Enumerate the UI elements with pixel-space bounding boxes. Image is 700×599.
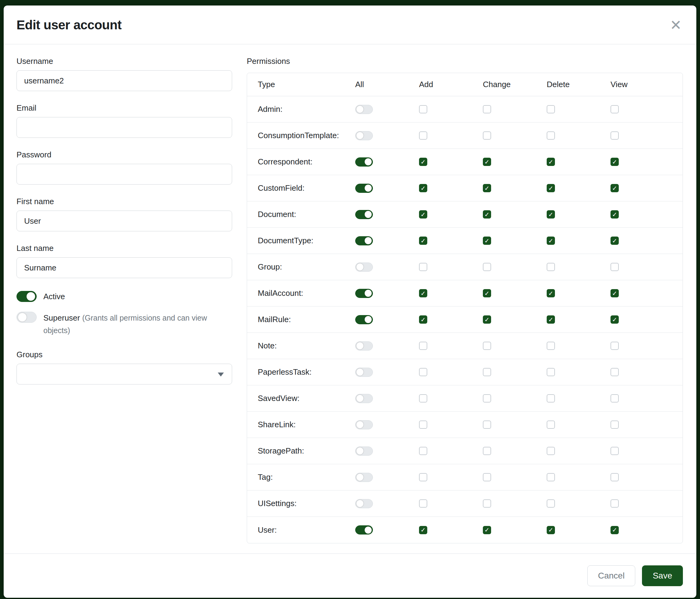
permission-all-toggle[interactable] <box>355 105 373 114</box>
permission-view-checkbox[interactable] <box>610 263 619 271</box>
permission-change-checkbox[interactable] <box>483 105 491 113</box>
permission-add-checkbox[interactable]: ✓ <box>419 184 427 192</box>
permission-delete-checkbox[interactable] <box>547 263 555 271</box>
first-name-field[interactable] <box>17 211 232 231</box>
permission-view-checkbox[interactable]: ✓ <box>610 237 619 245</box>
permission-delete-checkbox[interactable]: ✓ <box>547 210 555 218</box>
permission-all-toggle[interactable] <box>355 447 373 456</box>
permission-delete-checkbox[interactable]: ✓ <box>547 315 555 324</box>
permission-add-checkbox[interactable]: ✓ <box>419 526 427 534</box>
permission-all-toggle[interactable] <box>355 236 373 245</box>
last-name-field[interactable] <box>17 257 232 278</box>
permission-delete-checkbox[interactable]: ✓ <box>547 526 555 534</box>
permission-add-checkbox[interactable]: ✓ <box>419 237 427 245</box>
permission-change-checkbox[interactable]: ✓ <box>483 210 491 218</box>
superuser-toggle[interactable] <box>17 312 36 323</box>
permission-delete-checkbox[interactable] <box>547 421 555 429</box>
permission-delete-checkbox[interactable] <box>547 394 555 403</box>
permission-view-checkbox[interactable] <box>610 342 619 350</box>
permission-add-checkbox[interactable] <box>419 394 427 403</box>
permission-add-checkbox[interactable]: ✓ <box>419 315 427 324</box>
permission-delete-checkbox[interactable] <box>547 342 555 350</box>
permission-view-checkbox[interactable] <box>610 131 619 140</box>
permission-add-checkbox[interactable] <box>419 342 427 350</box>
permission-change-checkbox[interactable]: ✓ <box>483 289 491 297</box>
permission-add-checkbox[interactable] <box>419 368 427 376</box>
permission-add-checkbox[interactable] <box>419 499 427 508</box>
permission-delete-checkbox[interactable]: ✓ <box>547 289 555 297</box>
permission-change-checkbox[interactable]: ✓ <box>483 237 491 245</box>
permission-add-checkbox[interactable] <box>419 131 427 140</box>
permission-view-checkbox[interactable] <box>610 394 619 403</box>
toggle-knob <box>356 368 364 376</box>
permission-delete-checkbox[interactable] <box>547 105 555 113</box>
permission-all-toggle[interactable] <box>355 131 373 140</box>
permission-all-toggle[interactable] <box>355 289 373 298</box>
permission-view-checkbox[interactable] <box>610 421 619 429</box>
permission-delete-checkbox[interactable] <box>547 131 555 140</box>
permission-change-checkbox[interactable] <box>483 368 491 376</box>
permission-add-checkbox[interactable] <box>419 421 427 429</box>
permission-change-checkbox[interactable]: ✓ <box>483 158 491 166</box>
permission-view-checkbox[interactable]: ✓ <box>610 289 619 297</box>
permission-all-toggle[interactable] <box>355 420 373 429</box>
permission-change-checkbox[interactable] <box>483 342 491 350</box>
permission-type-label: Correspondent: <box>247 157 355 167</box>
cancel-button[interactable]: Cancel <box>587 566 635 586</box>
permission-change-checkbox[interactable] <box>483 447 491 455</box>
permission-delete-checkbox[interactable] <box>547 473 555 481</box>
permission-all-toggle[interactable] <box>355 499 373 508</box>
permission-all-toggle[interactable] <box>355 525 373 534</box>
active-toggle[interactable] <box>17 291 36 302</box>
permission-change-checkbox[interactable] <box>483 499 491 508</box>
permission-add-checkbox[interactable] <box>419 263 427 271</box>
permission-delete-checkbox[interactable] <box>547 447 555 455</box>
permission-all-toggle[interactable] <box>355 315 373 324</box>
permission-change-checkbox[interactable] <box>483 421 491 429</box>
permission-add-checkbox[interactable]: ✓ <box>419 210 427 218</box>
permission-view-checkbox[interactable]: ✓ <box>610 210 619 218</box>
permission-delete-checkbox[interactable]: ✓ <box>547 158 555 166</box>
permission-add-checkbox[interactable] <box>419 105 427 113</box>
permission-view-checkbox[interactable] <box>610 105 619 113</box>
permission-view-checkbox[interactable]: ✓ <box>610 184 619 192</box>
permission-view-checkbox[interactable]: ✓ <box>610 158 619 166</box>
permission-change-checkbox[interactable] <box>483 263 491 271</box>
permission-change-checkbox[interactable] <box>483 473 491 481</box>
permission-change-checkbox[interactable] <box>483 394 491 403</box>
groups-select[interactable] <box>17 364 232 384</box>
permission-add-checkbox[interactable] <box>419 447 427 455</box>
permission-change-checkbox[interactable]: ✓ <box>483 315 491 324</box>
permission-delete-checkbox[interactable]: ✓ <box>547 184 555 192</box>
password-field[interactable] <box>17 164 232 185</box>
email-field[interactable] <box>17 117 232 138</box>
permission-change-checkbox[interactable]: ✓ <box>483 184 491 192</box>
permission-view-checkbox[interactable] <box>610 368 619 376</box>
permission-view-checkbox[interactable] <box>610 473 619 481</box>
permission-view-checkbox[interactable] <box>610 447 619 455</box>
username-input[interactable] <box>17 70 232 91</box>
permission-add-checkbox[interactable] <box>419 473 427 481</box>
permission-view-checkbox[interactable]: ✓ <box>610 315 619 324</box>
permission-all-toggle[interactable] <box>355 210 373 219</box>
save-button[interactable]: Save <box>642 566 683 586</box>
permission-type-label: StoragePath: <box>247 446 355 456</box>
toggle-knob <box>365 211 372 218</box>
permission-all-toggle[interactable] <box>355 473 373 482</box>
permission-all-toggle[interactable] <box>355 158 373 167</box>
permission-add-checkbox[interactable]: ✓ <box>419 158 427 166</box>
permission-change-checkbox[interactable] <box>483 131 491 140</box>
permission-delete-checkbox[interactable] <box>547 499 555 508</box>
permission-all-toggle[interactable] <box>355 394 373 403</box>
close-icon[interactable]: ✕ <box>669 18 683 32</box>
permission-all-toggle[interactable] <box>355 368 373 377</box>
permission-delete-checkbox[interactable] <box>547 368 555 376</box>
permission-all-toggle[interactable] <box>355 184 373 193</box>
permission-view-checkbox[interactable] <box>610 499 619 508</box>
permission-change-checkbox[interactable]: ✓ <box>483 526 491 534</box>
permission-delete-checkbox[interactable]: ✓ <box>547 237 555 245</box>
permission-view-checkbox[interactable]: ✓ <box>610 526 619 534</box>
permission-all-toggle[interactable] <box>355 341 373 351</box>
permission-all-toggle[interactable] <box>355 263 373 272</box>
permission-add-checkbox[interactable]: ✓ <box>419 289 427 297</box>
